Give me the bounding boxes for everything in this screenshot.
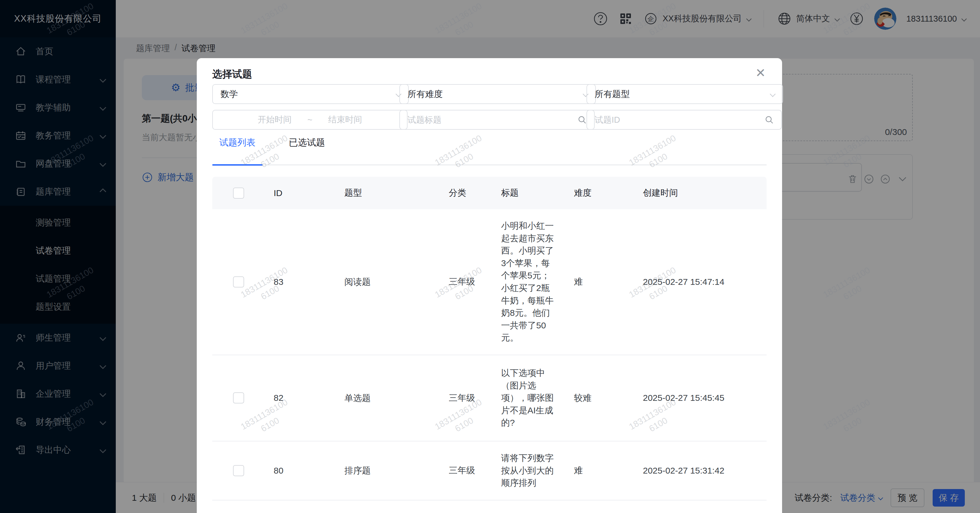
modal-tabs: 试题列表 已选试题 xyxy=(212,137,332,149)
cell-title: 小明和小红一起去超市买东西。小明买了3个苹果，每个苹果5元；小红买了2瓶牛奶，每… xyxy=(501,209,574,355)
cell-category: 三年级 xyxy=(449,392,501,404)
question-type-select[interactable]: 所有题型 xyxy=(587,84,783,104)
cell-category: 三年级 xyxy=(449,276,501,288)
table-header-row: ID 题型 分类 标题 难度 创建时间 xyxy=(212,177,767,209)
col-created: 创建时间 xyxy=(643,187,767,199)
cell-title: 请将下列数字按从小到大的顺序排列 xyxy=(501,442,574,500)
table-row-80: 80排序题三年级请将下列数字按从小到大的顺序排列难2025-02-27 15:3… xyxy=(212,442,767,500)
cell-created: 2025-02-27 15:45:45 xyxy=(643,393,767,403)
chevron-down-icon xyxy=(770,91,776,97)
search-icon[interactable] xyxy=(577,115,587,125)
search-icon[interactable] xyxy=(764,115,774,125)
table-row-82: 82单选题三年级以下选项中（图片选项），哪张图片不是AI生成的?较难2025-0… xyxy=(212,355,767,442)
cell-difficulty: 较难 xyxy=(574,392,643,404)
cell-category: 三年级 xyxy=(449,464,501,476)
col-id: ID xyxy=(265,188,344,198)
difficulty-select-value: 所有难度 xyxy=(407,88,443,100)
cell-type: 单选题 xyxy=(344,392,449,405)
end-date-placeholder: 结束时间 xyxy=(328,114,362,125)
cell-id: 83 xyxy=(265,277,344,287)
difficulty-select[interactable]: 所有难度 xyxy=(399,84,596,104)
application-window: XX科技股份有限公司 首页课程管理教学辅助教务管理网盘管理题库管理测验管理试卷管… xyxy=(0,0,980,513)
tab-active-indicator xyxy=(212,164,262,166)
question-id-search-input[interactable] xyxy=(594,115,764,125)
table-row-79: 79多选题（全对记分）三年级下列哪些是长方形的特点?容易2025-02-27 1… xyxy=(212,500,767,513)
date-range-picker[interactable]: 开始时间 ~ 结束时间 xyxy=(212,110,407,130)
cell-id: 80 xyxy=(265,466,344,476)
cell-type: 排序题 xyxy=(344,464,449,477)
subject-select-value: 数学 xyxy=(220,88,238,100)
question-id-search xyxy=(587,110,782,130)
cell-difficulty: 难 xyxy=(574,276,643,288)
row-checkbox[interactable] xyxy=(233,465,244,476)
select-all-checkbox[interactable] xyxy=(233,187,244,199)
cell-created: 2025-02-27 15:47:14 xyxy=(643,277,767,287)
row-checkbox[interactable] xyxy=(233,392,244,403)
cell-title: 下列哪些是长方形的特点? xyxy=(501,502,574,513)
subject-select[interactable]: 数学 xyxy=(212,84,409,104)
modal-title: 选择试题 xyxy=(212,67,252,81)
row-checkbox[interactable] xyxy=(233,276,244,287)
range-separator: ~ xyxy=(307,115,313,125)
question-title-search-input[interactable] xyxy=(407,115,577,125)
col-difficulty: 难度 xyxy=(574,187,643,199)
cell-title: 以下选项中（图片选项），哪张图片不是AI生成的? xyxy=(501,356,574,440)
question-type-select-value: 所有题型 xyxy=(595,88,630,100)
tab-selected-questions[interactable]: 已选试题 xyxy=(282,137,332,149)
question-table: ID 题型 分类 标题 难度 创建时间 83阅读题三年级小明和小红一起去超市买东… xyxy=(212,177,767,513)
tab-track xyxy=(212,165,767,165)
col-title: 标题 xyxy=(501,187,574,199)
cell-type: 阅读题 xyxy=(344,275,449,288)
select-question-modal: 选择试题 ✕ 数学 所有难度 所有题型 开始时间 ~ 结束时间 试题列表 xyxy=(197,58,782,513)
start-date-placeholder: 开始时间 xyxy=(258,114,292,125)
col-category: 分类 xyxy=(449,187,501,199)
cell-created: 2025-02-27 15:31:42 xyxy=(643,466,767,476)
cell-id: 82 xyxy=(265,393,344,403)
table-body: 83阅读题三年级小明和小红一起去超市买东西。小明买了3个苹果，每个苹果5元；小红… xyxy=(212,209,767,513)
close-icon[interactable]: ✕ xyxy=(756,67,766,79)
table-row-83: 83阅读题三年级小明和小红一起去超市买东西。小明买了3个苹果，每个苹果5元；小红… xyxy=(212,209,767,355)
question-title-search xyxy=(399,110,595,130)
cell-difficulty: 难 xyxy=(574,464,643,476)
tab-question-list[interactable]: 试题列表 xyxy=(212,137,262,149)
col-type: 题型 xyxy=(344,187,449,199)
